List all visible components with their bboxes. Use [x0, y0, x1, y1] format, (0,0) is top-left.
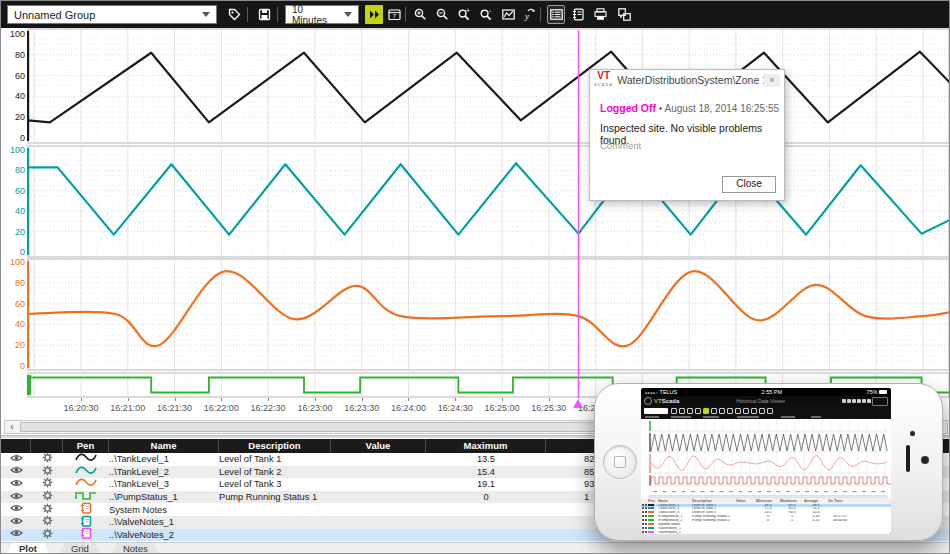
close-button[interactable]: Close	[722, 176, 776, 193]
pen-wave-icon	[75, 477, 97, 488]
tab-plot[interactable]: Plot	[7, 543, 49, 554]
pen-description: Level of Tank 2	[219, 466, 331, 478]
y-axis-tick-label: 40	[1, 206, 25, 216]
x-axis-tick-label: 16:24:30	[430, 403, 480, 413]
column-header[interactable]	[1, 439, 31, 453]
x-axis-tick	[128, 398, 129, 401]
trend-chart-area[interactable]	[1, 1, 950, 435]
pen-square-icon	[75, 490, 97, 501]
phone-app-title: Historical Data Viewer	[679, 398, 842, 404]
x-axis-tick-label: 16:21:00	[103, 403, 153, 413]
x-axis-tick	[455, 398, 456, 401]
column-header[interactable]: Pen	[63, 439, 109, 453]
visibility-toggle[interactable]	[1, 478, 31, 491]
note-meta: Logged Off • August 18, 2014 16:25:55 • …	[600, 102, 780, 114]
pen-note-icon	[80, 502, 92, 514]
back-icon	[644, 397, 652, 405]
x-axis-tick-label: 16:25:30	[524, 403, 574, 413]
y-axis-tick-label: 80	[1, 165, 25, 175]
x-axis-tick-label: 16:23:30	[337, 403, 387, 413]
x-axis-tick-label: 16:22:30	[243, 403, 293, 413]
x-axis-tick-label: 16:22:00	[196, 403, 246, 413]
visibility-toggle[interactable]	[1, 516, 31, 529]
phone-toolbar	[641, 406, 891, 419]
phone-home-button	[603, 445, 637, 479]
gear-icon	[42, 503, 53, 514]
iphone-overlay: ●●●●○ TELUS 2:55 PM 75% VTScada Historic…	[594, 383, 943, 541]
visibility-toggle[interactable]	[1, 453, 31, 466]
phone-pen-table: PenNameDescriptionValueMinimumMaximumAve…	[641, 499, 891, 534]
pen-note-icon	[80, 515, 92, 527]
y-axis-tick-label: 40	[1, 91, 25, 101]
y-axis-tick-label: 60	[1, 186, 25, 196]
pen-maximum: 15.4	[426, 466, 546, 478]
x-axis-tick	[221, 398, 222, 401]
phone-status-bar: ●●●●○ TELUS 2:55 PM 75%	[641, 388, 891, 396]
x-axis-tick	[549, 398, 550, 401]
pen-description: Level of Tank 3	[219, 478, 331, 490]
pen-wave-icon	[75, 465, 97, 476]
y-axis-tick-label: 0	[1, 361, 25, 371]
scroll-left-button[interactable]: ‹	[5, 421, 19, 433]
pen-name: ..\ValveNotes_2	[109, 529, 219, 541]
y-axis-tick-label: 20	[1, 340, 25, 350]
eye-icon	[10, 528, 23, 538]
y-axis-tick-label: 60	[1, 71, 25, 81]
column-header[interactable]: Description	[219, 439, 331, 453]
visibility-toggle[interactable]	[1, 528, 31, 541]
gear-icon	[42, 515, 53, 526]
note-comment-label: Comment	[600, 140, 641, 151]
x-axis-tick	[268, 398, 269, 401]
x-axis-tick-label: 16:25:00	[477, 403, 527, 413]
visibility-toggle[interactable]	[1, 465, 31, 478]
note-popup-title: WaterDistributionSystem\Zone 1\...	[617, 74, 764, 86]
x-axis-tick	[175, 398, 176, 401]
pen-maximum: 0	[426, 491, 546, 503]
eye-icon	[10, 453, 23, 463]
note-popup-titlebar[interactable]: VTSCADA WaterDistributionSystem\Zone 1\.…	[590, 70, 784, 90]
y-axis-tick-label: 60	[1, 299, 25, 309]
pen-settings-button[interactable]	[31, 528, 63, 542]
phone-chart-area	[641, 419, 891, 499]
pen-description: Level of Tank 1	[219, 453, 331, 465]
note-timestamp: August 18, 2014 16:25:55	[665, 103, 780, 114]
note-event: Logged Off	[600, 102, 656, 114]
visibility-toggle[interactable]	[1, 503, 31, 516]
y-axis-tick-label: 100	[1, 29, 25, 39]
column-header[interactable]: Maximum	[426, 439, 546, 453]
visibility-toggle[interactable]	[1, 491, 31, 504]
x-axis-tick-label: 16:24:00	[383, 403, 433, 413]
close-icon[interactable]: ×	[764, 74, 780, 87]
time-cursor-marker[interactable]	[573, 399, 583, 408]
app-window: Unnamed Group 10 Minutes 7+-y 0204060801…	[0, 0, 950, 554]
y-axis-tick-label: 100	[1, 145, 25, 155]
eye-icon	[10, 465, 23, 475]
y-axis-tick-label: 20	[1, 112, 25, 122]
eye-icon	[10, 478, 23, 488]
phone-speaker	[906, 445, 910, 472]
x-axis-tick-label: 16:21:30	[150, 403, 200, 413]
y-axis-tick-label: 40	[1, 319, 25, 329]
column-header[interactable]: Name	[109, 439, 219, 453]
pen-note-icon	[80, 527, 92, 539]
column-header[interactable]	[31, 439, 63, 453]
column-header[interactable]: Value	[331, 439, 426, 453]
gear-icon	[42, 477, 53, 488]
y-axis-tick-label: 80	[1, 50, 25, 60]
x-axis-tick	[81, 398, 82, 401]
eye-icon	[10, 503, 23, 513]
phone-vtscada-logo: VTScada	[654, 398, 679, 404]
eye-icon	[10, 516, 23, 526]
note-popup: VTSCADA WaterDistributionSystem\Zone 1\.…	[589, 69, 785, 201]
y-axis-tick-label: 20	[1, 227, 25, 237]
pen-name: ..\TankLevel_2	[109, 466, 219, 478]
tab-notes[interactable]: Notes	[111, 543, 160, 554]
pen-name: ..\PumpStatus_1	[109, 491, 219, 503]
y-axis-tick-label: 0	[1, 247, 25, 257]
gear-icon	[42, 465, 53, 476]
pen-name: System Notes	[109, 504, 219, 516]
phone-camera-icon	[910, 431, 915, 436]
pen-wave-icon	[75, 452, 97, 463]
x-axis-tick-label: 16:20:30	[56, 403, 106, 413]
tab-grid[interactable]: Grid	[59, 543, 101, 554]
